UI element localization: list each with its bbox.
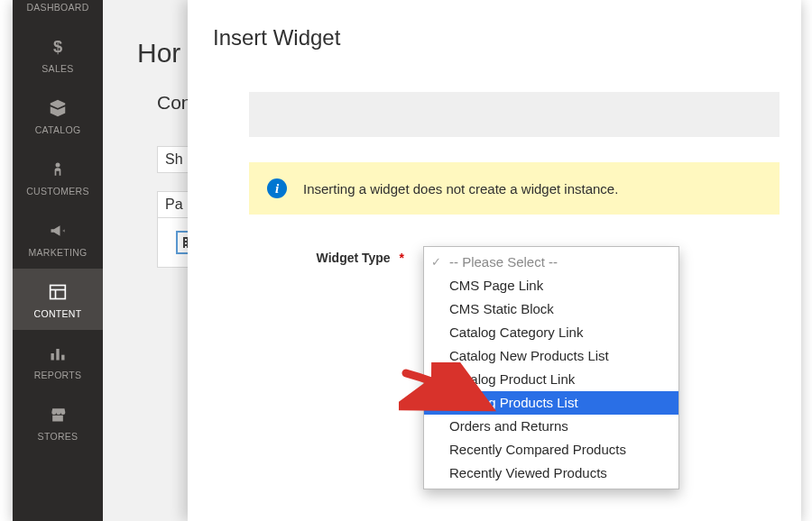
person-icon bbox=[45, 159, 70, 180]
dropdown-option[interactable]: Catalog New Products List bbox=[424, 344, 678, 368]
widget-type-row: Widget Type * -- Please Select -- CMS Pa… bbox=[291, 247, 776, 272]
dropdown-option[interactable]: Recently Viewed Products bbox=[424, 462, 678, 485]
sidebar-item-stores[interactable]: STORES bbox=[13, 391, 103, 452]
svg-rect-2 bbox=[51, 286, 66, 299]
sidebar-item-label: CATALOG bbox=[35, 124, 81, 135]
sidebar-item-label: CUSTOMERS bbox=[26, 186, 89, 197]
svg-rect-6 bbox=[56, 349, 59, 361]
svg-point-1 bbox=[56, 163, 60, 168]
dropdown-option[interactable]: Recently Compared Products bbox=[424, 438, 678, 462]
dropdown-option-placeholder[interactable]: -- Please Select -- bbox=[424, 251, 678, 274]
widget-type-label: Widget Type * bbox=[291, 247, 404, 265]
modal-title: Insert Widget bbox=[213, 25, 776, 50]
info-icon: i bbox=[267, 178, 287, 198]
storefront-icon bbox=[45, 404, 70, 425]
svg-rect-7 bbox=[61, 355, 64, 361]
dropdown-option[interactable]: Catalog Product Link bbox=[424, 368, 678, 391]
insert-widget-modal: Insert Widget i Inserting a widget does … bbox=[188, 0, 801, 521]
notice-text: Inserting a widget does not create a wid… bbox=[303, 181, 618, 197]
svg-rect-5 bbox=[51, 353, 54, 361]
sidebar-item-reports[interactable]: REPORTS bbox=[13, 330, 103, 391]
dropdown-option[interactable]: Catalog Category Link bbox=[424, 321, 678, 344]
bars-icon bbox=[45, 343, 70, 364]
sidebar-item-sales[interactable]: $ SALES bbox=[13, 23, 103, 85]
megaphone-icon bbox=[45, 220, 70, 242]
sidebar-item-catalog[interactable]: CATALOG bbox=[13, 85, 103, 146]
sidebar-item-label: STORES bbox=[38, 431, 78, 442]
layout-icon bbox=[45, 281, 70, 303]
sidebar-item-customers[interactable]: CUSTOMERS bbox=[13, 146, 103, 207]
sidebar-item-content[interactable]: CONTENT bbox=[13, 269, 103, 330]
dollar-icon: $ bbox=[45, 36, 70, 58]
sidebar-item-dashboard[interactable]: DASHBOARD bbox=[13, 0, 103, 23]
dropdown-option-selected[interactable]: Catalog Products List bbox=[424, 391, 678, 415]
modal-toolbar bbox=[249, 92, 780, 137]
sidebar-item-label: MARKETING bbox=[28, 247, 87, 258]
dropdown-option[interactable]: CMS Page Link bbox=[424, 274, 678, 297]
sidebar-item-marketing[interactable]: MARKETING bbox=[13, 207, 103, 269]
info-notice: i Inserting a widget does not create a w… bbox=[249, 162, 780, 215]
dropdown-option[interactable]: Orders and Returns bbox=[424, 415, 678, 438]
box-icon bbox=[45, 97, 70, 119]
svg-text:$: $ bbox=[53, 37, 62, 56]
sidebar-item-label: DASHBOARD bbox=[26, 2, 88, 13]
sidebar-item-label: REPORTS bbox=[34, 370, 82, 380]
sidebar-item-label: CONTENT bbox=[34, 308, 82, 319]
dropdown-option[interactable]: CMS Static Block bbox=[424, 297, 678, 321]
required-asterisk: * bbox=[400, 251, 404, 265]
widget-type-dropdown[interactable]: -- Please Select -- CMS Page Link CMS St… bbox=[423, 246, 679, 489]
sidebar-item-label: SALES bbox=[42, 63, 73, 74]
admin-sidebar: DASHBOARD $ SALES CATALOG CUSTOMERS MARK… bbox=[13, 0, 103, 521]
